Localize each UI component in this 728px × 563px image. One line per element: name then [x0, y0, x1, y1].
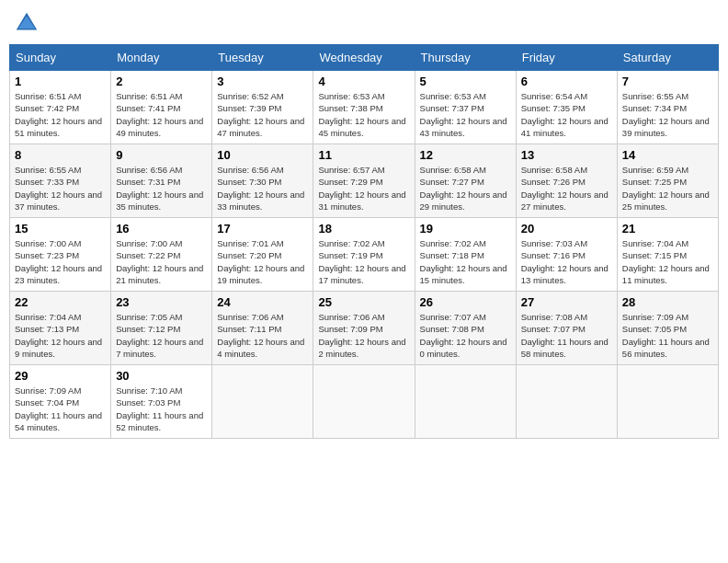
weekday-header: Monday — [111, 45, 212, 71]
calendar-cell: 12Sunrise: 6:58 AM Sunset: 7:27 PM Dayli… — [415, 144, 516, 218]
weekday-header: Friday — [516, 45, 617, 71]
day-info: Sunrise: 6:51 AM Sunset: 7:41 PM Dayligh… — [116, 90, 207, 139]
calendar-cell: 4Sunrise: 6:53 AM Sunset: 7:38 PM Daylig… — [313, 71, 415, 144]
calendar-week-row: 22Sunrise: 7:04 AM Sunset: 7:13 PM Dayli… — [10, 292, 719, 365]
day-info: Sunrise: 6:57 AM Sunset: 7:29 PM Dayligh… — [318, 164, 409, 213]
day-number: 21 — [622, 222, 713, 236]
day-number: 26 — [420, 295, 511, 309]
calendar-table: SundayMondayTuesdayWednesdayThursdayFrid… — [9, 44, 719, 439]
calendar-cell: 1Sunrise: 6:51 AM Sunset: 7:42 PM Daylig… — [10, 71, 111, 144]
day-number: 23 — [116, 295, 207, 309]
calendar-cell — [313, 365, 415, 439]
day-info: Sunrise: 6:55 AM Sunset: 7:33 PM Dayligh… — [15, 164, 106, 213]
day-info: Sunrise: 7:03 AM Sunset: 7:16 PM Dayligh… — [521, 237, 612, 286]
calendar-cell — [212, 365, 313, 439]
day-info: Sunrise: 6:58 AM Sunset: 7:26 PM Dayligh… — [521, 164, 612, 213]
calendar-week-row: 8Sunrise: 6:55 AM Sunset: 7:33 PM Daylig… — [10, 144, 719, 218]
day-number: 14 — [622, 148, 713, 162]
day-info: Sunrise: 7:00 AM Sunset: 7:23 PM Dayligh… — [15, 237, 106, 286]
logo — [13, 9, 44, 37]
calendar-week-row: 15Sunrise: 7:00 AM Sunset: 7:23 PM Dayli… — [10, 218, 719, 292]
day-number: 18 — [318, 222, 409, 236]
day-number: 2 — [116, 75, 207, 88]
weekday-header: Tuesday — [212, 45, 313, 71]
day-number: 3 — [217, 75, 308, 88]
calendar-cell: 6Sunrise: 6:54 AM Sunset: 7:35 PM Daylig… — [516, 71, 617, 144]
day-info: Sunrise: 6:58 AM Sunset: 7:27 PM Dayligh… — [420, 164, 511, 213]
day-info: Sunrise: 7:04 AM Sunset: 7:13 PM Dayligh… — [15, 311, 106, 360]
calendar-cell: 2Sunrise: 6:51 AM Sunset: 7:41 PM Daylig… — [111, 71, 212, 144]
weekday-header: Thursday — [415, 45, 516, 71]
day-info: Sunrise: 7:00 AM Sunset: 7:22 PM Dayligh… — [116, 237, 207, 286]
calendar-cell: 23Sunrise: 7:05 AM Sunset: 7:12 PM Dayli… — [111, 292, 212, 365]
calendar-cell: 17Sunrise: 7:01 AM Sunset: 7:20 PM Dayli… — [212, 218, 313, 292]
calendar-cell: 24Sunrise: 7:06 AM Sunset: 7:11 PM Dayli… — [212, 292, 313, 365]
calendar-cell: 7Sunrise: 6:55 AM Sunset: 7:34 PM Daylig… — [617, 71, 718, 144]
day-info: Sunrise: 7:07 AM Sunset: 7:08 PM Dayligh… — [420, 311, 511, 360]
day-number: 1 — [15, 75, 106, 88]
day-info: Sunrise: 6:52 AM Sunset: 7:39 PM Dayligh… — [217, 90, 308, 139]
day-number: 29 — [15, 369, 106, 383]
day-info: Sunrise: 7:08 AM Sunset: 7:07 PM Dayligh… — [521, 311, 612, 360]
calendar-cell: 3Sunrise: 6:52 AM Sunset: 7:39 PM Daylig… — [212, 71, 313, 144]
calendar-cell — [617, 365, 718, 439]
calendar-week-row: 29Sunrise: 7:09 AM Sunset: 7:04 PM Dayli… — [10, 365, 719, 439]
calendar-cell: 9Sunrise: 6:56 AM Sunset: 7:31 PM Daylig… — [111, 144, 212, 218]
day-info: Sunrise: 7:02 AM Sunset: 7:18 PM Dayligh… — [420, 237, 511, 286]
day-number: 10 — [217, 148, 308, 162]
calendar-cell: 5Sunrise: 6:53 AM Sunset: 7:37 PM Daylig… — [415, 71, 516, 144]
calendar-cell: 22Sunrise: 7:04 AM Sunset: 7:13 PM Dayli… — [10, 292, 111, 365]
day-number: 22 — [15, 295, 106, 309]
calendar-cell: 27Sunrise: 7:08 AM Sunset: 7:07 PM Dayli… — [516, 292, 617, 365]
calendar-cell — [415, 365, 516, 439]
calendar-cell: 15Sunrise: 7:00 AM Sunset: 7:23 PM Dayli… — [10, 218, 111, 292]
day-info: Sunrise: 7:09 AM Sunset: 7:04 PM Dayligh… — [15, 385, 106, 433]
day-number: 30 — [116, 369, 207, 383]
day-number: 24 — [217, 295, 308, 309]
weekday-header: Saturday — [617, 45, 718, 71]
day-number: 20 — [521, 222, 612, 236]
calendar-cell — [516, 365, 617, 439]
calendar-cell: 16Sunrise: 7:00 AM Sunset: 7:22 PM Dayli… — [111, 218, 212, 292]
calendar-cell: 26Sunrise: 7:07 AM Sunset: 7:08 PM Dayli… — [415, 292, 516, 365]
calendar-cell: 11Sunrise: 6:57 AM Sunset: 7:29 PM Dayli… — [313, 144, 415, 218]
day-info: Sunrise: 7:09 AM Sunset: 7:05 PM Dayligh… — [622, 311, 713, 360]
calendar-cell: 19Sunrise: 7:02 AM Sunset: 7:18 PM Dayli… — [415, 218, 516, 292]
day-info: Sunrise: 6:59 AM Sunset: 7:25 PM Dayligh… — [622, 164, 713, 213]
day-number: 19 — [420, 222, 511, 236]
day-number: 9 — [116, 148, 207, 162]
day-info: Sunrise: 7:04 AM Sunset: 7:15 PM Dayligh… — [622, 237, 713, 286]
day-info: Sunrise: 7:10 AM Sunset: 7:03 PM Dayligh… — [116, 385, 207, 433]
day-info: Sunrise: 6:56 AM Sunset: 7:30 PM Dayligh… — [217, 164, 308, 213]
header-row: SundayMondayTuesdayWednesdayThursdayFrid… — [10, 45, 719, 71]
calendar-cell: 10Sunrise: 6:56 AM Sunset: 7:30 PM Dayli… — [212, 144, 313, 218]
calendar-cell: 13Sunrise: 6:58 AM Sunset: 7:26 PM Dayli… — [516, 144, 617, 218]
day-info: Sunrise: 6:53 AM Sunset: 7:38 PM Dayligh… — [318, 90, 409, 139]
day-info: Sunrise: 6:56 AM Sunset: 7:31 PM Dayligh… — [116, 164, 207, 213]
weekday-header: Sunday — [10, 45, 111, 71]
day-number: 28 — [622, 295, 713, 309]
day-number: 8 — [15, 148, 106, 162]
calendar-cell: 18Sunrise: 7:02 AM Sunset: 7:19 PM Dayli… — [313, 218, 415, 292]
calendar-cell: 14Sunrise: 6:59 AM Sunset: 7:25 PM Dayli… — [617, 144, 718, 218]
day-info: Sunrise: 7:05 AM Sunset: 7:12 PM Dayligh… — [116, 311, 207, 360]
calendar-cell: 28Sunrise: 7:09 AM Sunset: 7:05 PM Dayli… — [617, 292, 718, 365]
day-info: Sunrise: 6:55 AM Sunset: 7:34 PM Dayligh… — [622, 90, 713, 139]
day-number: 4 — [318, 75, 409, 88]
header — [9, 9, 719, 37]
day-number: 12 — [420, 148, 511, 162]
logo-icon — [13, 9, 40, 37]
day-info: Sunrise: 6:51 AM Sunset: 7:42 PM Dayligh… — [15, 90, 106, 139]
calendar-cell: 20Sunrise: 7:03 AM Sunset: 7:16 PM Dayli… — [516, 218, 617, 292]
day-info: Sunrise: 6:54 AM Sunset: 7:35 PM Dayligh… — [521, 90, 612, 139]
day-info: Sunrise: 7:06 AM Sunset: 7:09 PM Dayligh… — [318, 311, 409, 360]
day-number: 17 — [217, 222, 308, 236]
calendar-cell: 8Sunrise: 6:55 AM Sunset: 7:33 PM Daylig… — [10, 144, 111, 218]
calendar-cell: 29Sunrise: 7:09 AM Sunset: 7:04 PM Dayli… — [10, 365, 111, 439]
day-number: 13 — [521, 148, 612, 162]
day-number: 15 — [15, 222, 106, 236]
day-number: 7 — [622, 75, 713, 88]
calendar-cell: 30Sunrise: 7:10 AM Sunset: 7:03 PM Dayli… — [111, 365, 212, 439]
day-info: Sunrise: 6:53 AM Sunset: 7:37 PM Dayligh… — [420, 90, 511, 139]
day-info: Sunrise: 7:06 AM Sunset: 7:11 PM Dayligh… — [217, 311, 308, 360]
